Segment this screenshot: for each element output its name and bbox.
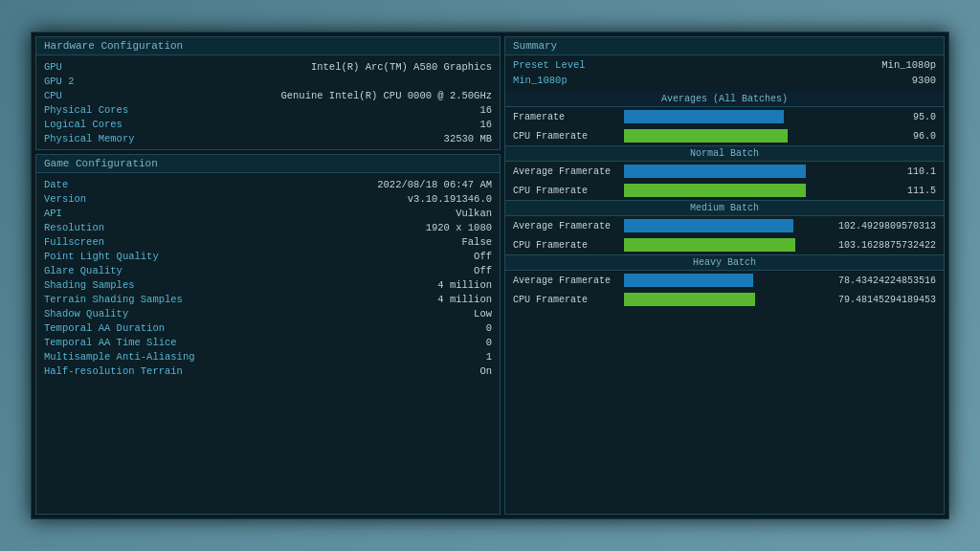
heavy-avg-bar xyxy=(624,274,753,287)
right-panel: Summary Preset Level Min_1080p Min_1080p… xyxy=(504,36,945,515)
game-label-glare: Glare Quality xyxy=(44,265,159,276)
game-value-version: v3.10.191346.0 xyxy=(408,193,492,205)
hw-value-logical-cores: 16 xyxy=(479,119,492,130)
avg-framerate-row: Framerate 95.0 xyxy=(505,107,944,126)
normal-batch-header: Normal Batch xyxy=(505,145,944,162)
medium-cpu-bar xyxy=(624,238,795,252)
game-value-resolution: 1920 x 1080 xyxy=(426,222,492,233)
game-content: Date 2022/08/18 06:47 AM Version v3.10.1… xyxy=(36,173,500,382)
heavy-cpu-bar xyxy=(624,293,755,306)
game-value-fullscreen: False xyxy=(461,236,492,248)
hw-value-physical-cores: 16 xyxy=(479,104,492,116)
game-label-half-res: Half-resolution Terrain xyxy=(44,365,183,377)
hw-row-gpu: GPU Intel(R) Arc(TM) A580 Graphics xyxy=(44,59,492,74)
hw-label-memory: Physical Memory xyxy=(44,133,159,144)
hw-row-logical-cores: Logical Cores 16 xyxy=(44,117,492,131)
hw-row-gpu2: GPU 2 xyxy=(44,74,492,88)
medium-avg-label: Average Framerate xyxy=(513,221,618,231)
game-row-terrain-shading: Terrain Shading Samples 4 million xyxy=(44,292,492,306)
game-value-shading: 4 million xyxy=(437,279,492,291)
preset-label: Preset Level xyxy=(513,59,586,71)
game-label-date: Date xyxy=(44,179,159,190)
heavy-cpu-label: CPU Framerate xyxy=(513,295,618,305)
averages-header: Averages (All Batches) xyxy=(505,92,944,107)
game-row-api: API Vulkan xyxy=(44,206,492,220)
hw-row-cpu: CPU Genuine Intel(R) CPU 0000 @ 2.50GHz xyxy=(44,88,492,102)
heavy-cpu-bar-container xyxy=(624,293,806,306)
heavy-avg-value: 78.43424224853516 xyxy=(812,276,936,286)
game-row-temporal-aa-dur: Temporal AA Duration 0 xyxy=(44,320,492,335)
hw-value-cpu: Genuine Intel(R) CPU 0000 @ 2.50GHz xyxy=(280,90,492,101)
cpu-framerate-bar-container xyxy=(624,129,806,143)
hw-label-cpu: CPU xyxy=(44,90,159,101)
game-label-api: API xyxy=(44,208,159,219)
heavy-avg-row: Average Framerate 78.43424224853516 xyxy=(505,271,944,290)
normal-avg-value: 110.1 xyxy=(812,166,936,177)
normal-cpu-row: CPU Framerate 111.5 xyxy=(505,181,944,200)
cpu-framerate-bar xyxy=(624,129,788,143)
game-row-half-res: Half-resolution Terrain On xyxy=(44,364,492,378)
hardware-content: GPU Intel(R) Arc(TM) A580 Graphics GPU 2… xyxy=(36,55,500,149)
medium-cpu-value: 103.1628875732422 xyxy=(812,240,936,251)
game-value-temporal-aa-slice: 0 xyxy=(486,337,492,348)
normal-cpu-label: CPU Framerate xyxy=(513,186,618,196)
hardware-header: Hardware Configuration xyxy=(36,37,500,55)
normal-cpu-bar-container xyxy=(624,184,806,197)
hw-value-memory: 32530 MB xyxy=(444,133,492,144)
game-label-terrain-shading: Terrain Shading Samples xyxy=(44,294,183,305)
summary-section: Summary Preset Level Min_1080p Min_1080p… xyxy=(504,36,945,515)
medium-avg-bar xyxy=(624,219,793,232)
game-label-shadow: Shadow Quality xyxy=(44,308,159,320)
game-row-point-light: Point Light Quality Off xyxy=(44,249,492,263)
medium-avg-value: 102.4929809570313 xyxy=(812,221,936,231)
medium-avg-row: Average Framerate 102.4929809570313 xyxy=(505,216,944,235)
game-value-terrain-shading: 4 million xyxy=(437,294,492,305)
cpu-framerate-value: 96.0 xyxy=(812,131,936,142)
medium-cpu-row: CPU Framerate 103.1628875732422 xyxy=(505,235,944,254)
game-label-temporal-aa-dur: Temporal AA Duration xyxy=(44,322,165,334)
summary-header: Summary xyxy=(505,37,944,55)
main-panel: Hardware Configuration GPU Intel(R) Arc(… xyxy=(31,32,949,519)
game-label-version: Version xyxy=(44,193,159,205)
game-row-version: Version v3.10.191346.0 xyxy=(44,191,492,206)
avg-framerate-bar xyxy=(624,110,784,123)
game-label-fullscreen: Fullscreen xyxy=(44,236,159,248)
game-row-shadow: Shadow Quality Low xyxy=(44,306,492,320)
normal-avg-bar xyxy=(624,165,806,178)
normal-avg-label: Average Framerate xyxy=(513,166,618,177)
avg-framerate-value: 95.0 xyxy=(812,112,936,122)
medium-cpu-bar-container xyxy=(624,238,806,252)
avg-framerate-label: Framerate xyxy=(513,112,618,122)
avg-framerate-bar-container xyxy=(624,110,806,123)
normal-cpu-bar xyxy=(624,184,806,197)
game-row-date: Date 2022/08/18 06:47 AM xyxy=(44,177,492,191)
game-value-half-res: On xyxy=(479,365,492,377)
game-label-resolution: Resolution xyxy=(44,222,159,233)
game-row-fullscreen: Fullscreen False xyxy=(44,234,492,249)
left-panel: Hardware Configuration GPU Intel(R) Arc(… xyxy=(35,36,504,515)
game-value-msaa: 1 xyxy=(486,351,492,363)
game-value-api: Vulkan xyxy=(456,208,492,219)
game-label-msaa: Multisample Anti-Aliasing xyxy=(44,351,195,363)
game-row-glare: Glare Quality Off xyxy=(44,263,492,277)
hardware-section: Hardware Configuration GPU Intel(R) Arc(… xyxy=(35,36,501,150)
game-value-date: 2022/08/18 06:47 AM xyxy=(377,179,492,190)
min1080p-row: Min_1080p 9300 xyxy=(505,73,944,88)
medium-cpu-label: CPU Framerate xyxy=(513,240,618,251)
min1080p-value: 9300 xyxy=(912,75,936,86)
hw-label-logical-cores: Logical Cores xyxy=(44,119,159,130)
preset-row: Preset Level Min_1080p xyxy=(505,55,944,73)
medium-batch-header: Medium Batch xyxy=(505,200,944,216)
game-label-point-light: Point Light Quality xyxy=(44,251,159,262)
heavy-avg-label: Average Framerate xyxy=(513,276,618,286)
hw-label-gpu2: GPU 2 xyxy=(44,76,159,87)
hw-value-gpu: Intel(R) Arc(TM) A580 Graphics xyxy=(311,61,492,73)
hw-label-physical-cores: Physical Cores xyxy=(44,104,159,116)
game-row-temporal-aa-slice: Temporal AA Time Slice 0 xyxy=(44,335,492,349)
heavy-batch-header: Heavy Batch xyxy=(505,254,944,271)
normal-avg-bar-container xyxy=(624,165,806,178)
game-value-temporal-aa-dur: 0 xyxy=(486,322,492,334)
game-value-glare: Off xyxy=(474,265,492,276)
game-value-shadow: Low xyxy=(474,308,492,320)
heavy-avg-bar-container xyxy=(624,274,806,287)
